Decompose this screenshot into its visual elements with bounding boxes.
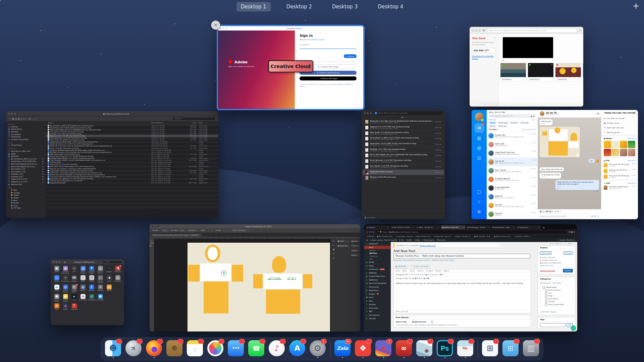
preference-pane-icon[interactable]: ☻Accessibility — [96, 294, 105, 302]
collapsed-panel-button[interactable]: ✕ Deticu... — [351, 244, 360, 248]
admin-menu-item[interactable]: ⊞ TablePress — [364, 278, 391, 282]
wordpress-browser-window[interactable]: ◔ Analytics × ◍ Mac Torrents | Torrent O… — [364, 224, 577, 331]
finder-sidebar-item[interactable]: ◫ Adguard 2.4.1.773 ⏏ — [6, 178, 46, 181]
eject-icon[interactable]: ⏏ — [42, 163, 44, 165]
finder-sidebar-item[interactable]: ▦ Desktop — [6, 130, 46, 133]
finder-file-row[interactable]: Dead.Cells.v1.7.4.Incl.DLC.MacOSX Mar 30… — [46, 164, 218, 166]
finder-sidebar-item[interactable]: ◫ MacX DVD Ripper Pro 9.5.2.2... ⏏ — [6, 163, 46, 165]
finder-file-row[interactable]: Adobe Dimension v3.2 [TNT] mac-torrent-d… — [46, 143, 218, 145]
finder-file-row[interactable]: PullTube_1.6.1_TNT_mac-torrents.io.dmg T… — [46, 133, 218, 135]
dock-app-icon[interactable]: ➤ 1 — [375, 339, 392, 359]
screen-options-button[interactable]: Screen Options ▾ — [547, 242, 565, 245]
finder-sidebar-item[interactable]: ☁ iCloud Drive — [6, 144, 46, 147]
finder-file-row[interactable]: untitled folder Mar 30, 2020 at 11:16 AM… — [46, 162, 218, 164]
card-menu-icon[interactable]: ⋮ — [550, 78, 552, 80]
editor-menu[interactable]: Tools ▾ — [436, 270, 441, 272]
browser-tab[interactable]: ◔ Analytics × — [365, 225, 390, 229]
category-checkbox[interactable] — [545, 301, 547, 303]
browser-tab[interactable]: ➤ AdFly - The URL sh... × — [416, 225, 440, 229]
admin-menu-item[interactable]: ◧ Appearance — [364, 289, 391, 292]
panel-icon[interactable]: ▸ — [333, 244, 334, 246]
editor-menu[interactable]: View ▾ — [410, 270, 415, 272]
finder-sidebar-item[interactable]: iCloud — [6, 141, 46, 144]
post-content[interactable]: Mission Control là một trong các tính nă… — [394, 280, 531, 310]
panel-icon[interactable]: A — [333, 257, 334, 259]
finder-sidebar-item[interactable]: Orange — [6, 191, 46, 194]
edit-status-link[interactable]: Edit — [552, 257, 555, 258]
security-menu[interactable]: ⛨ Security — [437, 239, 445, 241]
shared-file-item[interactable]: Tìm_20-20-15+TE-01.jpg 15.19 MB 18/04 — [601, 162, 638, 168]
browser-action-icons[interactable]: ⬇ ▦ ≡ — [568, 231, 575, 233]
preference-pane-icon[interactable]: ⌸Printers & Scanners — [96, 275, 105, 284]
rail-nav-icon[interactable]: ☑ — [475, 154, 484, 163]
eject-icon[interactable]: ⏏ — [42, 166, 44, 167]
category-chip[interactable]: Tất cả — [488, 121, 496, 124]
filter-settings-icons[interactable]: ⚙ | ∧ — [532, 119, 536, 121]
finder-file-row[interactable]: Kerbal.Space.Program.v1.9.1.02788_M(30).… — [46, 155, 218, 157]
collapsed-panel-button[interactable]: ◉ MAfl... — [351, 253, 360, 257]
finder-file-row[interactable]: Minecraft 1.15.1 Mac Linux by TeamExtrem… — [46, 145, 218, 147]
media-thumbnail[interactable] — [604, 141, 611, 148]
preference-pane-icon[interactable]: ☁iCloud — [52, 285, 61, 293]
media-thumbnail[interactable] — [612, 149, 619, 156]
reaction-count[interactable]: ❤ 2 — [557, 187, 597, 189]
browser-tab[interactable]: ◍ Mac Torrents | Torrent O... × — [390, 225, 415, 229]
sysprefs-search-input[interactable]: ⌕ Search — [103, 260, 122, 264]
panel-tab[interactable]: ● Color — [336, 239, 350, 243]
rail-bottom-icon[interactable]: ☆ — [475, 197, 484, 206]
select-and-mask-button[interactable]: Select and Mask... — [231, 229, 249, 232]
admin-menu-item[interactable]: ☻ Users — [364, 296, 391, 299]
finder-sidebar-item[interactable]: ◫ PullTube 1.6.1 ⏏ — [6, 173, 46, 176]
dock-app-icon[interactable]: ☎ — [248, 339, 265, 359]
metabox-header[interactable]: Post Adverts — [394, 315, 531, 320]
permalink-link[interactable]: https://maclife.vn/mission-control-...-m… — [402, 259, 449, 261]
message-bubble[interactable]: Qua tháng mới đi làm hả — [540, 167, 564, 171]
howdy-user[interactable]: Howdy, Maclife.vn — [559, 239, 575, 241]
filter-dropdown[interactable]: All ⌄ — [362, 116, 445, 119]
rail-nav-icon[interactable]: ✉ 19 — [475, 123, 484, 133]
edit-visibility-link[interactable]: Edit — [554, 259, 557, 261]
finder-file-row[interactable]: MacX_DVD_Ripper_Pro_9.5.2.20200428_TNT_m… — [46, 129, 218, 131]
quick-react-icon[interactable]: ♡ — [576, 154, 579, 157]
panel-tab[interactable]: ▦ Swatches — [336, 244, 350, 248]
finder-toolbar-icons[interactable]: ‹ › ▤ ⊞ ▥ ⌸ ≔ ⌄ ⚙ ⌄ ⤴ ⬚ — [9, 118, 39, 120]
column-header-date[interactable]: Date Modified ⌄ — [151, 122, 182, 124]
privacy-policy-link[interactable]: Privacy Policy — [334, 83, 343, 85]
finder-sidebar-item[interactable]: Red — [6, 189, 46, 191]
tab-close-icon[interactable]: × — [513, 227, 515, 228]
finder-file-row[interactable]: Path_Finder_9.2_HCiSO_mac-torrents.io.dm… — [46, 139, 218, 141]
category-checkbox[interactable] — [545, 298, 547, 300]
view-mode-icons[interactable]: ⊞ ⌄ — [502, 60, 506, 62]
wp-logo-icon[interactable]: Ⓦ — [366, 239, 368, 241]
category-checkbox-row[interactable]: DESIGN ASSET — [540, 286, 573, 289]
desktop-space-tab[interactable]: Desktop 2 — [282, 2, 316, 11]
eject-icon[interactable]: ⏏ — [42, 178, 44, 180]
desk-preview-screen[interactable] — [502, 37, 553, 58]
preference-pane-icon[interactable]: ▣General — [52, 266, 61, 274]
dock-app-icon[interactable]: ☻ — [166, 339, 183, 359]
add-new-category-link[interactable]: + Add New Category — [540, 311, 556, 313]
finder-file-row[interactable]: OmniGroup.OmniGraffle.Pro.v7.15.MacOS Fe… — [46, 180, 218, 182]
message-bubble-sent[interactable]: hén — [588, 159, 595, 163]
admin-menu-item[interactable]: ≔ Settings — [364, 303, 391, 306]
width-field[interactable] — [208, 229, 213, 232]
nav-buttons[interactable]: ← → ⟳ ⌂ — [366, 231, 375, 233]
admin-menu-item[interactable]: ⚒ Tools — [364, 299, 391, 303]
finder-sidebar-item[interactable]: ◫ One Switch 1.10 ⏏ — [6, 170, 46, 173]
finder-sidebar-item[interactable]: Yellow — [6, 194, 46, 197]
eject-icon[interactable]: ⏏ — [42, 173, 44, 175]
preference-pane-icon[interactable]: ◔Date & Time — [78, 294, 87, 302]
category-checkbox-row[interactable]: Video & Audio Effect — [540, 303, 573, 306]
mark-read-link[interactable]: đánh dấu đã đọc — [522, 129, 536, 130]
bookmark-item[interactable]: ● Mac Torrents | Torr... — [377, 236, 393, 237]
editor-menu[interactable]: File ▾ — [396, 270, 400, 272]
dock-app-icon[interactable] — [146, 339, 162, 359]
admin-menu-item[interactable]: ▭ Post Adverts — [364, 313, 391, 317]
shared-image-message[interactable]: ♡ — [540, 127, 580, 158]
admin-menu-item[interactable]: ◈ SEO — [364, 310, 391, 313]
tab-close-icon[interactable]: × — [413, 227, 414, 228]
download-row[interactable]: 4K_YouTube_to_MP3_3.12.0_HCiSO_mac-torre… — [363, 136, 444, 142]
category-checkbox[interactable] — [545, 303, 547, 306]
editor-toolbar-row2[interactable]: Georgia ▾ 10pt ▾ ✎ ⌫ ▣ Ω ⊞ A ▾ ▦ ▾ ● — [394, 277, 531, 280]
email-field[interactable] — [300, 46, 357, 49]
